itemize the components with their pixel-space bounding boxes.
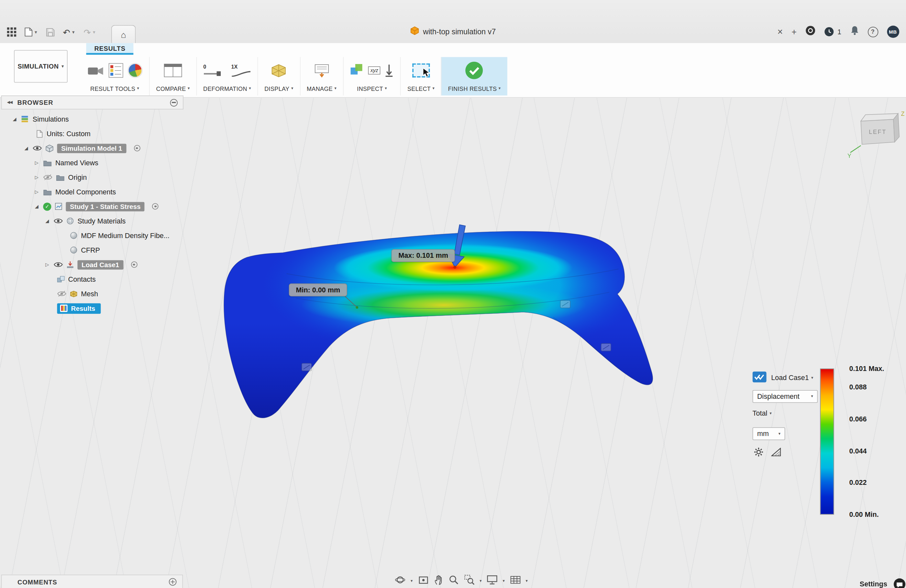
point-coordinates-icon[interactable]: xyz — [368, 66, 381, 74]
tree-item-named-views[interactable]: ▷ Named Views — [1, 156, 183, 170]
ribbon-group-label[interactable]: MANAGE▾ — [307, 84, 337, 93]
display-settings-icon[interactable] — [487, 575, 497, 587]
chevron-down-icon[interactable]: ▾ — [526, 578, 528, 583]
result-type-dropdown[interactable]: Displacement▾ — [753, 390, 818, 403]
legend-ramp-icon[interactable] — [771, 448, 781, 458]
pan-hand-icon[interactable] — [434, 575, 443, 588]
ribbon-group-label[interactable]: FINISH RESULTS▾ — [448, 84, 501, 93]
extensions-icon[interactable] — [806, 25, 815, 38]
activate-radio-icon[interactable] — [134, 145, 140, 151]
viewcube-face-label[interactable]: LEFT — [869, 129, 887, 135]
chevron-down-icon[interactable]: ▾ — [480, 578, 482, 583]
ribbon-group-finish-results[interactable]: FINISH RESULTS▾ — [441, 57, 507, 96]
legend-options-icon[interactable] — [108, 63, 124, 78]
results-active-item[interactable]: Results — [57, 303, 100, 313]
tree-item-units[interactable]: Units: Custom — [1, 126, 183, 141]
chevron-down-icon[interactable]: ▾ — [502, 578, 504, 583]
finish-results-check-icon[interactable] — [465, 61, 484, 80]
min-probe-label[interactable]: Min: 0.00 mm — [289, 284, 347, 296]
ribbon-group-label[interactable]: INSPECT▾ — [357, 84, 387, 93]
ribbon-group-label[interactable]: RESULT TOOLS▾ — [90, 84, 139, 93]
look-at-icon[interactable] — [418, 575, 428, 588]
tree-item-material-cfrp[interactable]: CFRP — [1, 243, 183, 257]
tree-item-label[interactable]: Simulation Model 1 — [57, 143, 126, 153]
zoom-icon[interactable] — [448, 575, 458, 588]
visibility-eye-off-icon[interactable] — [43, 174, 53, 180]
tree-item-label[interactable]: Contacts — [68, 275, 96, 283]
expand-triangle-icon[interactable]: ◢ — [33, 204, 40, 209]
collapsed-triangle-icon[interactable]: ▷ — [33, 160, 40, 165]
tree-item-label[interactable]: Simulations — [33, 115, 69, 123]
tree-item-label[interactable]: Load Case1 — [77, 260, 123, 269]
ribbon-group-label[interactable]: DISPLAY▾ — [264, 84, 293, 93]
collapse-panel-icon[interactable]: ◀◀ — [7, 100, 12, 105]
avatar[interactable]: MB — [887, 25, 899, 38]
tree-item-label[interactable]: Results — [71, 305, 96, 312]
tree-item-label[interactable]: Model Components — [55, 188, 116, 196]
visibility-eye-icon[interactable] — [33, 145, 42, 151]
view-cube[interactable]: LEFT Y Z — [846, 108, 906, 159]
tree-item-model-components[interactable]: ▷ Model Components — [1, 185, 183, 199]
inspect-surfaces-icon[interactable] — [350, 64, 364, 77]
max-probe-label[interactable]: Max: 0.101 mm — [391, 249, 455, 262]
tree-item-simulation-model[interactable]: ◢ Simulation Model 1 — [1, 141, 183, 156]
unit-dropdown[interactable]: mm▾ — [753, 427, 785, 440]
tab-results[interactable]: RESULTS — [86, 43, 133, 55]
new-tab-icon[interactable]: + — [791, 27, 797, 36]
collapsed-triangle-icon[interactable]: ▷ — [33, 175, 40, 180]
tree-item-study-materials[interactable]: ◢ Study Materials — [1, 214, 183, 228]
tree-item-label[interactable]: MDF Medium Density Fibe... — [81, 231, 169, 240]
manage-settings-icon[interactable] — [314, 63, 330, 78]
comments-panel[interactable]: COMMENTS — [1, 575, 183, 588]
ribbon-group-label[interactable]: DEFORMATION▾ — [203, 84, 251, 93]
legend-settings-gear-icon[interactable] — [754, 447, 764, 459]
tree-item-label[interactable]: Study 1 - Static Stress — [66, 202, 145, 211]
orbit-icon[interactable] — [395, 575, 405, 588]
deformation-scale-1x-icon[interactable]: 1X — [231, 64, 251, 76]
activate-radio-icon[interactable] — [152, 203, 159, 210]
load-case-check-icon[interactable] — [753, 371, 767, 384]
redo-icon[interactable]: ↷ ▼ — [83, 28, 96, 37]
select-marquee-icon[interactable] — [412, 64, 430, 77]
expand-triangle-icon[interactable]: ◢ — [23, 145, 29, 151]
add-comment-icon[interactable] — [169, 578, 176, 585]
tree-item-contacts[interactable]: Contacts — [1, 272, 183, 287]
save-icon[interactable] — [46, 28, 55, 37]
apps-grid-icon[interactable] — [7, 27, 16, 37]
tree-item-label[interactable]: Named Views — [55, 159, 98, 167]
collapsed-triangle-icon[interactable]: ▷ — [33, 189, 40, 194]
visibility-eye-icon[interactable] — [54, 218, 63, 224]
compare-windows-icon[interactable] — [164, 63, 182, 78]
minimize-panel-icon[interactable] — [170, 99, 178, 106]
tree-item-label[interactable]: Study Materials — [77, 217, 126, 225]
grid-settings-icon[interactable] — [510, 575, 520, 587]
home-tab[interactable]: ⌂ — [111, 25, 136, 43]
tree-item-load-case[interactable]: ▷ Load Case1 — [1, 257, 183, 272]
rainbow-bar-icon[interactable] — [128, 63, 143, 78]
mesh-display-icon[interactable] — [271, 63, 287, 78]
zoom-window-icon[interactable] — [464, 575, 474, 588]
tree-item-simulations[interactable]: ◢ Simulations — [1, 112, 183, 126]
job-status-icon[interactable] — [824, 27, 834, 37]
visibility-eye-icon[interactable] — [54, 261, 63, 268]
file-menu-icon[interactable]: ▼ — [25, 27, 38, 37]
tree-item-label[interactable]: Origin — [68, 174, 87, 182]
workspace-switcher-button[interactable]: SIMULATION▾ — [14, 50, 68, 83]
notifications-bell-icon[interactable] — [850, 25, 859, 38]
settings-link[interactable]: Settings — [860, 580, 887, 588]
visibility-eye-off-icon[interactable] — [57, 290, 66, 297]
chevron-down-icon[interactable]: ▾ — [411, 578, 413, 583]
tree-item-label[interactable]: Units: Custom — [46, 130, 91, 138]
expand-triangle-icon[interactable]: ◢ — [12, 116, 18, 122]
activate-radio-icon[interactable] — [131, 261, 137, 268]
ribbon-group-label[interactable]: COMPARE▾ — [156, 84, 190, 93]
measure-icon[interactable] — [385, 63, 394, 78]
tree-item-study-1[interactable]: ◢ ✓ Study 1 - Static Stress — [1, 199, 183, 214]
ribbon-group-label[interactable]: SELECT▾ — [407, 84, 435, 93]
tree-item-results[interactable]: Results — [1, 301, 183, 316]
tree-item-origin[interactable]: ▷ Origin — [1, 170, 183, 185]
undo-icon[interactable]: ↶ ▼ — [63, 28, 75, 37]
tree-item-material-mdf[interactable]: MDF Medium Density Fibe... — [1, 228, 183, 243]
collapsed-triangle-icon[interactable]: ▷ — [44, 262, 50, 267]
close-tab-icon[interactable]: × — [777, 27, 783, 37]
